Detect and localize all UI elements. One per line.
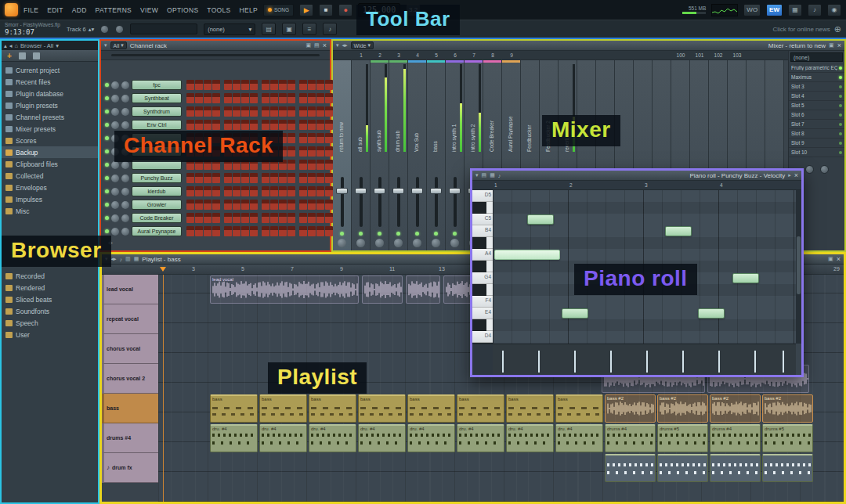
add-icon[interactable]: + [7,52,12,60]
step-cell[interactable] [279,120,287,130]
step-cell[interactable] [212,226,220,236]
step-cell[interactable] [204,173,212,183]
piano-key[interactable]: B4 [472,225,493,237]
record-button[interactable]: ● [338,4,352,16]
browser-item[interactable]: Speech [2,317,98,329]
playlist-clip[interactable]: bass [506,394,554,423]
piano-key[interactable] [472,237,493,249]
swing-slider[interactable] [111,54,320,56]
pencil-icon[interactable]: ▦ [134,256,139,262]
chevron-down-icon[interactable]: ▾ [104,42,107,49]
piano-key[interactable] [472,284,493,296]
track-header[interactable]: lead vocal [102,275,158,304]
step-cell[interactable] [279,200,287,210]
scrollbar-thumb[interactable] [797,236,801,294]
song-mode-toggle[interactable]: SONG [263,4,294,16]
menu-add[interactable]: ADD [72,6,87,14]
step-cell[interactable] [233,120,240,130]
piano-key[interactable]: D5 [472,190,493,202]
playlist-clip[interactable]: bass [555,394,603,423]
fader-knob[interactable] [430,188,442,194]
step-cell[interactable] [186,213,194,223]
step-cell[interactable] [287,93,295,103]
mixer-view-selector[interactable]: Wide ▾ [351,41,374,49]
step-cell[interactable] [233,173,240,183]
fx-enable-led[interactable] [839,104,842,107]
playlist-clip[interactable]: dru. #4 [407,424,455,452]
mixer-strip[interactable]: all sub [352,60,371,250]
step-cell[interactable] [308,226,316,236]
news-area[interactable]: Click for online news ⊕ [772,24,841,34]
step-cell[interactable] [279,80,287,90]
fx-slot[interactable]: Slot 8 [789,129,844,139]
step-cell[interactable] [233,213,240,223]
step-cell[interactable] [270,186,278,196]
menu-options[interactable]: OPTIONS [167,6,198,14]
playlist-clip[interactable]: drums #4 [710,424,761,452]
fx-preset-selector[interactable]: (none) [790,52,843,62]
step-cell[interactable] [270,93,278,103]
fx-slot[interactable]: Fruity parametric EQ 2 [789,63,844,73]
step-cell[interactable] [186,186,194,196]
step-cell[interactable] [204,106,212,117]
step-cell[interactable] [204,200,212,210]
expand-icon[interactable]: ▸ [788,172,791,178]
typing-keyboard-icon[interactable]: ▤ [262,23,276,35]
step-cell[interactable] [270,173,278,183]
browser-item[interactable]: User [2,329,98,340]
nav-arrows-icon[interactable]: ◂▸ [342,42,348,49]
step-cell[interactable] [186,106,194,117]
channel-button[interactable]: Code Breaker [132,213,182,223]
step-cell[interactable] [316,106,324,117]
strip-pan-knob[interactable] [375,239,384,247]
step-cell[interactable] [262,186,269,196]
track-header[interactable]: chorus vocal [102,334,158,364]
step-cell[interactable] [308,213,316,223]
strip-mute-led[interactable] [415,232,419,236]
step-cell[interactable] [287,186,295,196]
playlist-clip[interactable]: bass #2 [605,394,656,423]
strip-mute-led[interactable] [359,232,363,236]
channel-volume-knob[interactable] [121,161,129,169]
step-cell[interactable] [316,133,324,143]
step-cell[interactable] [233,226,240,236]
playlist-clip[interactable]: lead vocal [210,275,359,304]
step-cell[interactable] [212,80,220,90]
piano-key[interactable] [472,319,493,331]
channel-mute-led[interactable] [105,229,109,233]
playlist-clip[interactable]: drums #4 [605,424,656,452]
step-cell[interactable] [279,93,287,103]
step-cell[interactable] [212,200,220,210]
chevron-down-icon[interactable]: ▾ [475,172,479,178]
step-cell[interactable] [224,93,232,103]
fx-slot[interactable]: Slot 9 [789,139,844,148]
step-cell[interactable] [250,226,258,236]
step-cell[interactable] [262,80,269,90]
step-cell[interactable] [262,120,269,130]
channel-pan-knob[interactable] [111,121,119,129]
browser-item[interactable]: Current project [2,64,98,76]
back-arrow-icon[interactable]: ◂ [9,42,13,49]
playlist-clip[interactable]: dru. #4 [457,424,504,452]
strip-pan-knob[interactable] [338,239,346,247]
step-cell[interactable] [250,186,258,196]
step-cell[interactable] [195,213,203,223]
channel-pan-knob[interactable] [111,214,119,222]
step-cell[interactable] [250,213,258,223]
step-cell[interactable] [308,93,316,103]
step-cell[interactable] [262,173,269,183]
channel-mute-led[interactable] [105,136,109,140]
step-cell[interactable] [186,200,194,210]
step-cell[interactable] [262,226,269,236]
step-cell[interactable] [299,93,307,103]
browser-item[interactable]: Impulses [2,193,98,205]
playlist-clip[interactable]: bass #2 [762,394,813,423]
fx-knob[interactable] [820,165,829,174]
mixer-strip[interactable]: bass [427,60,446,250]
step-cell[interactable] [195,120,203,130]
piano-key[interactable]: D4 [472,331,493,343]
browser-item[interactable]: Channel presets [2,111,98,123]
fx-slot[interactable]: Slot 7 [789,120,844,129]
channel-mute-led[interactable] [105,123,109,127]
step-cell[interactable] [308,200,316,210]
